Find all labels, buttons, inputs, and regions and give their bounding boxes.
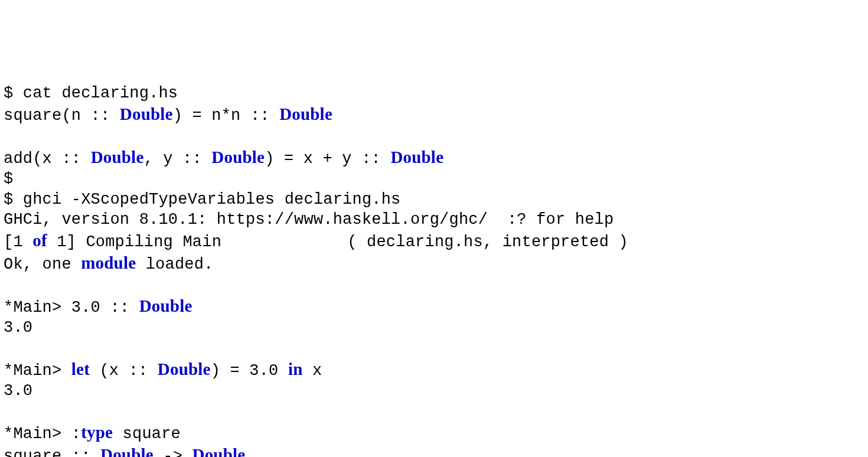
keyword-token: Double [139, 296, 192, 315]
text-token: *Main> [4, 362, 71, 380]
code-line: $ cat declaring.hs [4, 83, 864, 103]
text-token: square :: [4, 448, 100, 457]
keyword-token: in [288, 360, 303, 378]
text-token: *Main> : [4, 425, 81, 443]
code-line: $ ghci -XScopedTypeVariables declaring.h… [4, 190, 864, 210]
keyword-token: Double [211, 148, 265, 167]
text-token: [1 [4, 233, 32, 251]
code-line: square(n :: Double) = n*n :: Double [4, 103, 864, 126]
keyword-token: Double [120, 105, 173, 123]
code-line: [1 of 1] Compiling Main ( declaring.hs, … [4, 230, 864, 252]
text-token: ) = x + y :: [265, 150, 390, 168]
keyword-token: Double [158, 360, 211, 378]
text-token: (x :: [90, 362, 158, 380]
code-line: *Main> let (x :: Double) = 3.0 in x [4, 358, 864, 381]
code-line: add(x :: Double, y :: Double) = x + y ::… [4, 146, 864, 169]
code-line: $ [4, 169, 864, 189]
text-token: , y :: [143, 150, 211, 168]
text-token: Ok, one [4, 256, 81, 273]
text-token: GHCi, version 8.10.1: https://www.haskel… [4, 211, 614, 228]
text-token: -> [154, 448, 192, 457]
code-line: *Main> :type square [4, 422, 864, 444]
code-listing: $ cat declaring.hssquare(n :: Double) = … [4, 83, 864, 457]
code-line: 3.0 [4, 318, 864, 338]
keyword-token: type [81, 423, 113, 442]
keyword-token: Double [390, 148, 443, 167]
code-line [4, 126, 864, 146]
text-token: ) = 3.0 [211, 362, 288, 380]
keyword-token: of [32, 231, 47, 250]
text-token: square(n :: [4, 107, 120, 125]
code-line [4, 401, 864, 421]
code-line: GHCi, version 8.10.1: https://www.haskel… [4, 210, 864, 230]
code-line: *Main> 3.0 :: Double [4, 295, 864, 318]
text-token: 1] Compiling Main ( declaring.hs, interp… [47, 233, 628, 251]
text-token: 3.0 [4, 382, 32, 400]
keyword-token: Double [91, 148, 144, 167]
code-line [4, 338, 864, 358]
code-line [4, 275, 864, 295]
text-token: ) = n*n :: [173, 107, 279, 125]
code-line: 3.0 [4, 381, 864, 401]
code-line: Ok, one module loaded. [4, 252, 864, 275]
text-token: *Main> 3.0 :: [4, 299, 139, 316]
code-line: square :: Double -> Double [4, 444, 864, 457]
text-token: $ cat declaring.hs [4, 84, 178, 102]
text-token: x [303, 362, 322, 380]
text-token: $ [4, 170, 13, 188]
keyword-token: Double [279, 105, 332, 123]
keyword-token: let [71, 360, 90, 378]
keyword-token: Double [100, 445, 154, 457]
keyword-token: module [81, 253, 136, 272]
text-token: add(x :: [4, 150, 91, 168]
text-token: square [113, 425, 181, 443]
text-token: 3.0 [4, 319, 32, 337]
text-token: $ ghci -XScopedTypeVariables declaring.h… [4, 191, 401, 208]
text-token: loaded. [136, 256, 213, 273]
keyword-token: Double [192, 445, 246, 457]
